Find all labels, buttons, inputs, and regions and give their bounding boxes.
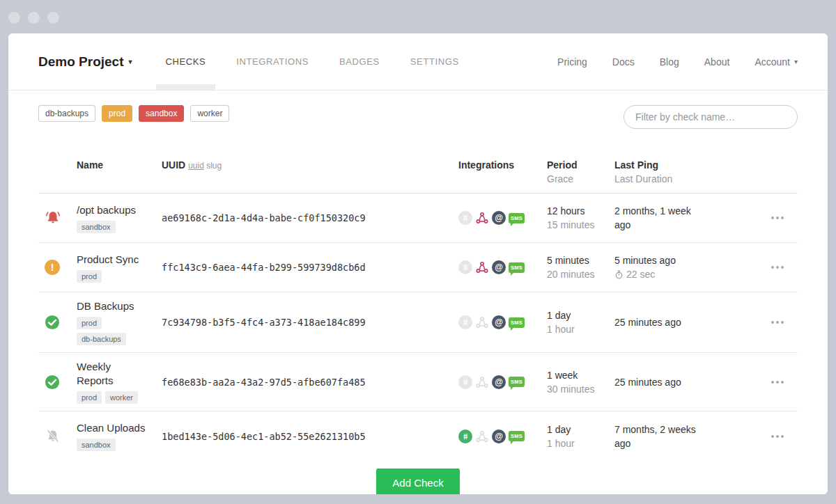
app-window: Demo Project ▾ CHECKSINTEGRATIONSBADGESS… bbox=[8, 33, 828, 494]
sms-icon: SMS bbox=[509, 377, 525, 387]
nav-link-pricing[interactable]: Pricing bbox=[557, 56, 587, 68]
table-row[interactable]: DB Backups proddb-backups 7c934798-b3f5-… bbox=[38, 292, 798, 353]
col-header-integrations: Integrations bbox=[458, 158, 547, 186]
check-tag: worker bbox=[105, 391, 138, 404]
slack-icon: # bbox=[458, 315, 472, 329]
row-menu-button[interactable] bbox=[770, 317, 785, 328]
check-tag-list: prodworker bbox=[77, 391, 148, 404]
primary-tabs: CHECKSINTEGRATIONSBADGESSETTINGS bbox=[150, 33, 474, 90]
check-tag-list: sandbox bbox=[77, 221, 148, 233]
webhook-icon bbox=[475, 211, 489, 225]
tab-integrations[interactable]: INTEGRATIONS bbox=[221, 33, 324, 90]
integration-icons: # @SMS bbox=[458, 375, 547, 389]
tab-settings[interactable]: SETTINGS bbox=[395, 33, 474, 90]
table-header: Name UUID uuid slug Integrations Period … bbox=[38, 150, 798, 194]
filter-tag-prod[interactable]: prod bbox=[102, 105, 132, 122]
muted-bell-icon bbox=[45, 428, 61, 445]
slack-icon: # bbox=[458, 211, 472, 225]
chevron-down-icon: ▾ bbox=[128, 58, 132, 65]
check-name: DB Backups bbox=[77, 299, 148, 313]
check-last-ping: 25 minutes ago bbox=[614, 315, 705, 329]
check-last-ping: 25 minutes ago bbox=[614, 375, 705, 389]
account-label: Account bbox=[754, 56, 790, 68]
email-icon: @ bbox=[492, 375, 506, 389]
webhook-icon bbox=[475, 375, 489, 389]
col-header-last-ping: Last Ping Last Duration bbox=[614, 158, 798, 186]
email-icon: @ bbox=[492, 211, 506, 225]
stopwatch-icon bbox=[614, 270, 624, 279]
check-period: 1 day1 hour bbox=[547, 308, 614, 336]
row-menu-button[interactable] bbox=[770, 377, 785, 388]
table-row[interactable]: ! Product Sync prod ffc143c9-6aea-44fa-b… bbox=[38, 243, 798, 292]
row-menu-button[interactable] bbox=[770, 262, 785, 273]
account-dropdown[interactable]: Account ▾ bbox=[754, 56, 798, 68]
check-uuid: fe68e83b-aa2a-43a2-97d5-afbe607fa485 bbox=[162, 377, 458, 388]
email-icon: @ bbox=[492, 315, 506, 329]
webhook-icon bbox=[475, 430, 489, 443]
project-name: Demo Project bbox=[38, 54, 123, 70]
check-tag-list: prod bbox=[77, 270, 148, 283]
integration-icons: # @SMS bbox=[458, 211, 547, 225]
check-name: Product Sync bbox=[77, 253, 148, 267]
window-control-dot bbox=[28, 12, 40, 24]
window-control-dot bbox=[8, 12, 20, 24]
slack-icon: # bbox=[458, 260, 472, 274]
uuid-toggle-link[interactable]: uuid bbox=[188, 161, 204, 171]
nav-link-about[interactable]: About bbox=[704, 56, 730, 68]
check-period: 1 day1 hour bbox=[547, 423, 614, 450]
tag-filter-list: db-backupsprodsandboxworker bbox=[38, 105, 229, 122]
check-tag: sandbox bbox=[77, 221, 116, 233]
row-menu-button[interactable] bbox=[770, 212, 785, 223]
tab-checks[interactable]: CHECKS bbox=[150, 33, 222, 90]
check-last-ping: 2 months, 1 week ago bbox=[614, 204, 705, 232]
webhook-icon bbox=[475, 260, 489, 274]
tab-badges[interactable]: BADGES bbox=[324, 33, 395, 90]
table-row[interactable]: Weekly Reports prodworker fe68e83b-aa2a-… bbox=[38, 353, 798, 411]
check-tag: prod bbox=[77, 391, 102, 404]
check-tag: db-backups bbox=[77, 333, 126, 345]
search-input[interactable] bbox=[624, 105, 798, 129]
chevron-down-icon: ▾ bbox=[794, 58, 798, 65]
check-uuid: 7c934798-b3f5-4fc4-a373-418ae184c899 bbox=[162, 317, 458, 328]
alert-bell-icon bbox=[45, 210, 61, 226]
check-tag-list: proddb-backups bbox=[77, 317, 148, 345]
table-row[interactable]: /opt backups sandbox ae69168c-2d1a-4d4a-… bbox=[38, 194, 798, 243]
filter-tag-db-backups[interactable]: db-backups bbox=[38, 105, 95, 122]
col-header-uuid: UUID uuid slug bbox=[162, 158, 458, 186]
check-tag: prod bbox=[77, 317, 102, 329]
check-uuid: ae69168c-2d1a-4d4a-babe-cf0f150320c9 bbox=[162, 212, 458, 223]
slack-icon: # bbox=[458, 430, 472, 443]
sms-icon: SMS bbox=[509, 431, 525, 441]
sms-icon: SMS bbox=[509, 317, 525, 328]
col-header-period: Period Grace bbox=[547, 158, 614, 186]
integration-icons: # @SMS bbox=[458, 430, 547, 443]
check-uuid: 1bed143e-5d06-4ec1-ab52-55e2621310b5 bbox=[162, 431, 458, 442]
col-header-name: Name bbox=[77, 158, 162, 186]
check-name: Clean Uploads bbox=[77, 421, 148, 435]
check-circle-icon bbox=[45, 375, 60, 390]
check-last-ping: 5 minutes ago22 sec bbox=[614, 253, 705, 281]
check-name: Weekly Reports bbox=[77, 360, 148, 388]
app-header: Demo Project ▾ CHECKSINTEGRATIONSBADGESS… bbox=[8, 33, 828, 90]
sms-icon: SMS bbox=[509, 262, 525, 273]
check-period: 12 hours15 minutes bbox=[547, 204, 614, 232]
row-menu-button[interactable] bbox=[770, 431, 785, 442]
project-dropdown[interactable]: Demo Project ▾ bbox=[38, 54, 132, 70]
add-check-button[interactable]: Add Check bbox=[376, 468, 460, 494]
nav-link-blog[interactable]: Blog bbox=[660, 56, 679, 68]
check-uuid: ffc143c9-6aea-44fa-b299-599739d8cb6d bbox=[162, 262, 458, 273]
filter-tag-sandbox[interactable]: sandbox bbox=[139, 105, 184, 122]
check-tag: prod bbox=[77, 270, 102, 283]
filter-tag-worker[interactable]: worker bbox=[190, 105, 229, 122]
integration-icons: # @SMS bbox=[458, 260, 547, 274]
filter-bar: db-backupsprodsandboxworker bbox=[8, 90, 828, 150]
table-row[interactable]: Clean Uploads sandbox 1bed143e-5d06-4ec1… bbox=[38, 411, 798, 461]
slug-toggle-link[interactable]: slug bbox=[206, 161, 222, 171]
grace-exclamation-icon: ! bbox=[45, 260, 60, 275]
check-circle-icon bbox=[45, 315, 60, 330]
site-nav: PricingDocsBlogAbout Account ▾ bbox=[557, 56, 798, 68]
webhook-icon bbox=[475, 315, 489, 329]
integration-icons: # @SMS bbox=[458, 315, 547, 329]
checks-table: Name UUID uuid slug Integrations Period … bbox=[38, 150, 798, 461]
nav-link-docs[interactable]: Docs bbox=[612, 56, 635, 68]
